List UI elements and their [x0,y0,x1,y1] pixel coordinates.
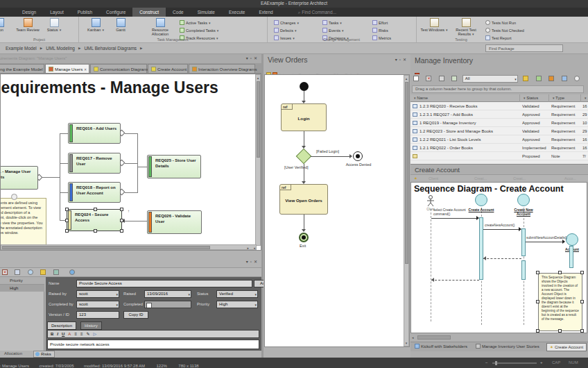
column-header-m[interactable]: ▾ M [581,94,588,102]
breadcrumb-item[interactable]: Example Model [6,46,37,51]
scroll-up-icon[interactable]: ▴ [404,76,408,81]
scrollbar-thumb[interactable] [417,335,451,340]
ribbon-tab-extend[interactable]: Extend [252,8,279,17]
tasks-button[interactable]: Tasks▾ [322,19,342,26]
list-column-header[interactable]: Priority [0,277,44,285]
requirement-req018[interactable]: REQ018 - Report on User Account [68,182,121,203]
list-row-high[interactable]: High [0,285,44,292]
checkbox[interactable] [146,303,152,308]
requirement-req026[interactable]: REQ026 - Validate User [147,210,202,234]
selection-handle[interactable] [580,300,584,303]
vertical-scrollbar[interactable]: ▴ ▾ [404,75,409,346]
zoom-slider-track[interactable] [492,362,537,364]
table-row[interactable]: 1 REQ019 - Manage InventoryApprovedRequi… [410,119,588,127]
close-icon[interactable]: ✕ [84,67,87,72]
horizontal-scrollbar[interactable]: ▸ ◂ [1,244,257,250]
requirement-req025[interactable]: REQ025 - Store User Details [147,155,201,178]
login-interaction-ref[interactable]: ref Login [281,103,327,131]
view-open-orders-interaction-ref[interactable]: ref View Open Orders [279,184,328,215]
table-row[interactable]: ProposedNote7/ [410,152,588,160]
description-textarea[interactable]: Provide secure network access [47,340,259,349]
ribbon-tab-design[interactable]: Design [15,8,43,17]
priority-select[interactable]: High▾ [216,301,258,308]
clipped-button[interactable]: …on [0,18,11,32]
name-field[interactable]: Provide Secure Access [76,280,252,287]
requirement-req011[interactable]: REQ011 - Manage User Accounts [0,166,38,190]
panel-window-buttons[interactable]: ▾▫✕ [246,56,259,60]
ribbon-tab-simulate[interactable]: Simulate [191,8,222,17]
tab-create-account[interactable]: ✶Create Account [546,343,587,351]
scroll-left-icon[interactable]: ◂ [253,246,255,250]
selection-handle[interactable] [580,329,584,333]
scroll-up-icon[interactable]: ▴ [256,76,260,80]
font-color-icon[interactable]: A [68,332,71,336]
completed-by-select[interactable]: scott▾ [76,301,119,308]
ribbon-tab-construct[interactable]: Construct [132,8,166,17]
breadcrumb-item[interactable]: UML Behavioral Diagrams [84,46,137,51]
selection-handle[interactable] [120,219,123,222]
edit-icon[interactable] [451,76,457,81]
selection-handle[interactable] [536,271,539,274]
folder-icon[interactable] [40,269,46,275]
delete-icon[interactable]: ✕ [2,269,8,275]
numbered-list-icon[interactable]: ≡ [80,332,83,336]
bullet-list-icon[interactable]: ≡ [74,332,77,336]
column-header-name[interactable]: ▾ Name [410,94,520,102]
close-icon[interactable]: ✕ [254,260,259,264]
create-new-account-object[interactable] [517,194,530,206]
printer-icon[interactable] [439,76,444,81]
risks-button[interactable]: Risks [372,27,388,34]
copy-id-button[interactable]: Copy ID [123,311,148,319]
selection-handle[interactable] [65,229,69,233]
column-header-status[interactable]: ▾ Status [520,94,549,102]
save-icon[interactable] [53,269,59,275]
defects-button[interactable]: Defects▾ [274,27,296,34]
tab-using-the-example-model[interactable]: Using the Example Model [0,64,44,74]
create-account-object[interactable] [475,194,487,206]
raised-date-select[interactable]: 13/09/2016▾ [144,290,191,298]
scroll-left-icon[interactable]: ◂ [412,335,414,340]
ribbon-tab-layout[interactable]: Layout [43,8,71,17]
breadcrumb-item[interactable]: UML Modeling [46,46,75,51]
delete-icon[interactable]: ✕ [426,76,431,81]
table-row[interactable]: 1.2.3.1 REQ027 - Add BooksApprovedRequir… [410,110,588,119]
table-row[interactable]: 1.2 REQ023 - Store and Manage BooksValid… [410,127,588,135]
tab-kickoff-with-stakeholders[interactable]: Kickoff with Stakeholders [412,343,470,351]
raised-by-select[interactable]: scott▾ [76,290,119,298]
bold-icon[interactable]: B [51,332,53,336]
column-header-type[interactable]: ▾ Type [549,94,581,102]
active-tasks-button[interactable]: Active Tasks▾ [180,19,211,26]
scroll-down-icon[interactable]: ▾ [404,341,408,345]
search-icon[interactable] [574,76,580,81]
status-select[interactable]: Verified▾ [216,290,258,298]
team-review-button[interactable]: Team Review [14,18,42,32]
ribbon-tab-code[interactable]: Code [166,8,191,17]
sort-icon[interactable] [15,269,20,275]
globe-icon[interactable] [28,269,33,275]
tab-interaction-overview-diagrams[interactable]: Interaction Overview Diagrams [189,64,255,74]
add-icon[interactable] [536,76,542,81]
requirement-req024-selected[interactable]: REQ024 - Secure Access [67,209,122,231]
tab-risks[interactable]: Risks [33,351,55,358]
tab-create-account[interactable]: Create Account [148,64,188,74]
table-row[interactable]: 1.2.1 REQ022 - Order BooksImplementedReq… [410,144,588,152]
tab-history[interactable]: History [80,321,102,330]
package-icon[interactable] [523,76,528,81]
scroll-right-icon[interactable]: ▸ [247,246,249,250]
pen-icon[interactable]: ✎ [86,332,89,336]
dock-window-buttons[interactable]: ▾▫✕ [246,259,259,264]
table-row[interactable]: 1.2.3 REQ020 - Receive BooksValidatedReq… [410,102,588,110]
find-package-input[interactable]: Find Package [485,44,563,52]
events-button[interactable]: Events▾ [322,27,344,34]
tests-not-checked-button[interactable]: Tests Not Checked [485,27,524,34]
requirement-req016[interactable]: REQ016 - Add Users [68,123,121,144]
ribbon-tab-execute[interactable]: Execute [222,8,252,17]
effort-button[interactable]: Effort [372,19,388,26]
selection-handle[interactable] [558,271,562,274]
new-item-icon[interactable] [413,76,419,81]
status-button[interactable]: Status▾ [43,18,65,32]
selection-handle[interactable] [65,208,69,211]
exit-final-node[interactable] [299,233,309,242]
gantt-button[interactable]: Gantt [110,18,131,32]
find-command-input[interactable]: ⌕ Find Command... [298,8,336,17]
